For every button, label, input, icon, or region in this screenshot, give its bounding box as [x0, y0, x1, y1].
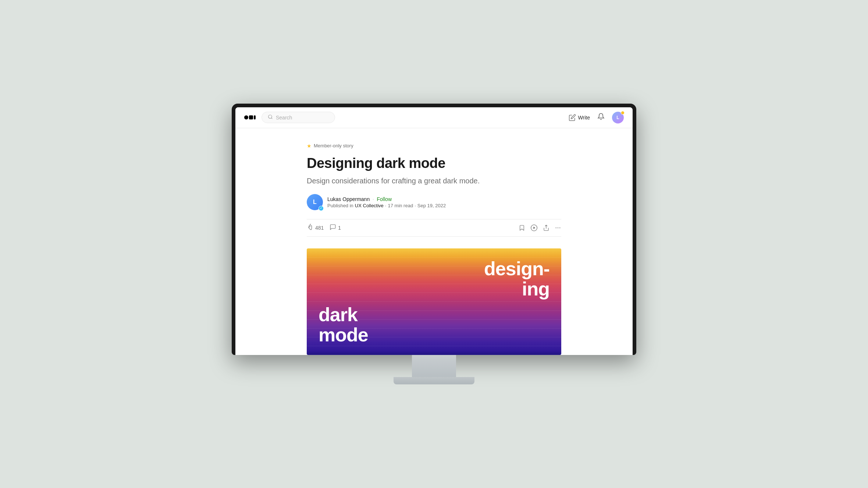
monitor-screen: Search Write: [235, 107, 633, 355]
stripe: [307, 346, 561, 355]
author-avatar[interactable]: L ✓: [307, 194, 323, 210]
member-only-text: Member-only story: [314, 143, 353, 148]
hero-top-text: design-ing: [319, 259, 549, 299]
author-verified-badge: ✓: [319, 206, 324, 211]
logo-bar-right: [254, 115, 256, 119]
write-button[interactable]: Write: [569, 114, 590, 121]
monitor-stand-base: [394, 377, 474, 384]
logo-bar-left: [249, 115, 253, 119]
clap-button[interactable]: 481: [307, 224, 324, 232]
author-meta: Published in UX Collective · 17 min read…: [327, 203, 446, 208]
notifications-icon[interactable]: [597, 113, 605, 122]
monitor-wrapper: Search Write: [232, 104, 636, 385]
stripe: [307, 248, 561, 257]
write-label: Write: [578, 115, 590, 121]
svg-point-5: [556, 227, 556, 228]
meta-separator-1: ·: [385, 203, 387, 208]
article-title: Designing dark mode: [307, 155, 561, 172]
search-box[interactable]: Search: [262, 112, 335, 123]
meta-separator-2: ·: [415, 203, 416, 208]
hero-gradient: design-ing darkmode: [307, 248, 561, 355]
search-input-label: Search: [276, 115, 292, 121]
clap-count: 481: [315, 225, 324, 231]
hero-image: design-ing darkmode: [307, 248, 561, 355]
navbar: Search Write: [235, 107, 633, 128]
monitor-stand-neck: [412, 355, 456, 377]
hero-designing-text: design-ing: [319, 259, 549, 299]
logo-dot: [244, 115, 248, 119]
article-subtitle: Design considerations for crafting a gre…: [307, 176, 561, 186]
bookmark-button[interactable]: [519, 225, 525, 231]
monitor-frame: Search Write: [232, 104, 636, 355]
published-date: Sep 19, 2022: [417, 203, 446, 208]
share-button[interactable]: [543, 225, 549, 231]
comment-button[interactable]: 1: [330, 224, 341, 232]
user-avatar[interactable]: L: [612, 112, 624, 123]
hero-bottom-text: darkmode: [319, 305, 549, 345]
svg-point-7: [559, 227, 560, 228]
search-icon: [268, 114, 273, 121]
hero-dark-mode-text: darkmode: [319, 305, 549, 345]
follow-button[interactable]: Follow: [377, 196, 392, 202]
medium-logo[interactable]: [244, 115, 256, 119]
read-time: 17 min read: [388, 203, 413, 208]
author-name-row: Lukas Oppermann · Follow: [327, 196, 446, 202]
navbar-left: Search: [244, 112, 335, 123]
comment-count: 1: [338, 225, 341, 231]
published-in-label: Published in: [327, 203, 353, 208]
actions-right: [519, 224, 561, 232]
article-content: ★ Member-only story Designing dark mode …: [298, 128, 570, 355]
actions-bar: 481 1: [307, 219, 561, 237]
clap-icon: [307, 224, 313, 232]
avatar-premium-badge: [621, 111, 625, 115]
more-options-button[interactable]: [555, 225, 561, 231]
author-row: L ✓ Lukas Oppermann · Follow Published i…: [307, 194, 561, 210]
member-only-badge: ★ Member-only story: [307, 143, 561, 149]
actions-left: 481 1: [307, 224, 341, 232]
svg-line-1: [271, 118, 273, 119]
publication-link[interactable]: UX Collective: [355, 203, 384, 208]
svg-point-6: [558, 227, 558, 228]
separator-dot: ·: [373, 197, 374, 202]
write-icon: [569, 114, 576, 121]
star-icon: ★: [307, 143, 312, 149]
svg-point-0: [268, 115, 272, 118]
svg-marker-3: [533, 227, 535, 229]
navbar-right: Write L: [569, 112, 624, 123]
comment-icon: [330, 224, 336, 232]
author-info: Lukas Oppermann · Follow Published in UX…: [327, 196, 446, 208]
listen-button[interactable]: [530, 224, 538, 232]
author-name[interactable]: Lukas Oppermann: [327, 196, 370, 202]
